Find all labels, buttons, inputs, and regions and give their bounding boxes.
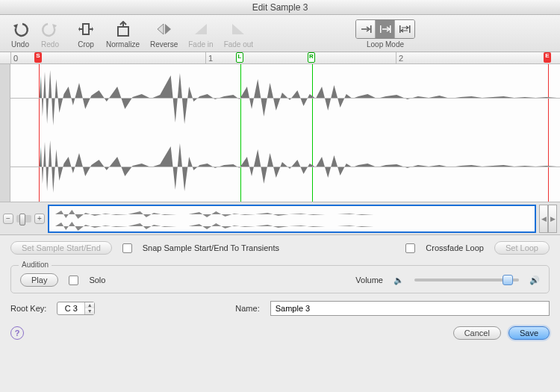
zoom-out-button[interactable]: −	[3, 214, 13, 224]
loop-left-marker[interactable]: L	[236, 52, 243, 63]
start-marker[interactable]: S	[34, 52, 42, 63]
rootkey-stepper[interactable]: ▲▼	[57, 302, 95, 315]
play-button[interactable]: Play	[20, 273, 58, 287]
overview-scroll-right[interactable]: ▶	[548, 205, 557, 233]
undo-icon	[10, 19, 30, 39]
crossfade-loop-label: Crossfade Loop	[426, 243, 484, 252]
time-ruler[interactable]: 0 1 2 S L R E	[0, 52, 560, 64]
end-marker[interactable]: E	[544, 52, 551, 63]
fadeout-icon	[228, 19, 248, 39]
crop-icon	[76, 19, 96, 39]
zoom-in-button[interactable]: +	[34, 214, 45, 224]
audition-group: Audition Play Solo Volume 🔈 🔊	[10, 265, 550, 293]
svg-rect-4	[390, 25, 391, 33]
normalize-button[interactable]: Normalize	[106, 19, 140, 49]
redo-button[interactable]: Redo	[40, 19, 60, 49]
svg-rect-1	[118, 27, 128, 36]
solo-label: Solo	[89, 276, 105, 284]
normalize-icon	[113, 19, 133, 39]
overview-strip: − + ◀ ▶	[0, 202, 560, 235]
crossfade-loop-checkbox[interactable]	[405, 243, 415, 253]
fadein-button[interactable]: Fade in	[188, 19, 213, 49]
name-input[interactable]	[270, 301, 550, 316]
snap-transients-label: Snap Sample Start/End To Transients	[143, 243, 279, 252]
loop-mode-2[interactable]	[376, 20, 395, 38]
save-button[interactable]: Save	[508, 326, 550, 340]
zoom-slider[interactable]	[16, 215, 31, 223]
volume-label: Volume	[355, 276, 383, 284]
fadeout-button[interactable]: Fade out	[224, 19, 253, 49]
reverse-icon	[155, 19, 174, 39]
svg-rect-0	[83, 24, 89, 34]
loop-right-marker[interactable]: R	[308, 52, 315, 63]
speaker-min-icon: 🔈	[393, 276, 404, 285]
crop-button[interactable]: Crop	[76, 19, 96, 49]
rootkey-label: Root Key:	[10, 304, 46, 313]
loop-mode-label: Loop Mode	[367, 40, 404, 49]
svg-rect-3	[380, 25, 382, 33]
window-title: Edit Sample 3	[0, 0, 560, 15]
svg-rect-2	[370, 25, 372, 33]
help-button[interactable]: ?	[10, 326, 24, 340]
snap-transients-checkbox[interactable]	[122, 243, 132, 253]
rootkey-down[interactable]: ▼	[85, 308, 94, 314]
loop-mode-segmented[interactable]	[355, 19, 415, 39]
loop-mode-1[interactable]	[356, 20, 376, 38]
waveform-channel-right	[10, 133, 560, 200]
waveform-channel-left	[10, 64, 560, 131]
speaker-max-icon: 🔊	[529, 276, 540, 285]
solo-checkbox[interactable]	[69, 276, 78, 285]
volume-slider[interactable]	[414, 279, 519, 281]
set-sample-start-end-button[interactable]: Set Sample Start/End	[10, 241, 112, 255]
overview-waveform[interactable]	[48, 205, 536, 233]
loop-mode-3[interactable]	[395, 20, 414, 38]
fadein-icon	[191, 19, 211, 39]
svg-rect-6	[409, 25, 411, 33]
toolbar: Undo Redo Crop Normalize Reverse Fade in…	[0, 15, 560, 52]
redo-icon	[40, 19, 60, 39]
undo-button[interactable]: Undo	[10, 19, 30, 49]
waveform-gutter	[0, 64, 10, 202]
set-loop-button[interactable]: Set Loop	[494, 241, 550, 255]
name-label: Name:	[235, 304, 259, 313]
cancel-button[interactable]: Cancel	[453, 326, 501, 340]
waveform-editor[interactable]	[0, 64, 560, 202]
rootkey-up[interactable]: ▲	[85, 302, 94, 308]
reverse-button[interactable]: Reverse	[150, 19, 178, 49]
svg-rect-5	[399, 25, 401, 33]
rootkey-input[interactable]	[57, 304, 84, 313]
